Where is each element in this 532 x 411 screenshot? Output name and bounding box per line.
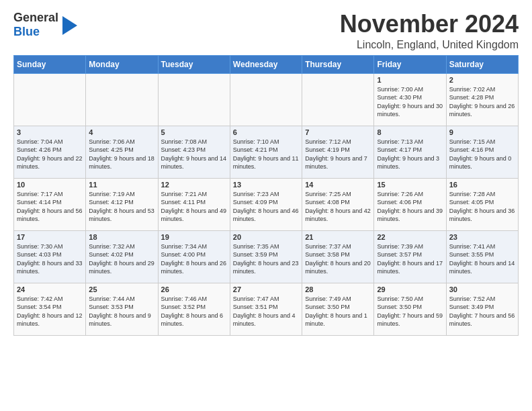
day-number: 5 (161, 128, 227, 136)
calendar-cell: 5Sunrise: 7:08 AM Sunset: 4:23 PM Daylig… (158, 126, 230, 178)
month-title: November 2024 (340, 11, 519, 38)
col-monday: Monday (86, 55, 158, 73)
day-info: Sunrise: 7:15 AM Sunset: 4:16 PM Dayligh… (449, 138, 515, 171)
day-number: 29 (377, 285, 443, 293)
calendar-cell: 30Sunrise: 7:52 AM Sunset: 3:49 PM Dayli… (446, 283, 518, 335)
day-info: Sunrise: 7:30 AM Sunset: 4:03 PM Dayligh… (17, 242, 83, 276)
calendar-cell: 26Sunrise: 7:46 AM Sunset: 3:52 PM Dayli… (158, 283, 230, 335)
col-sunday: Sunday (14, 55, 86, 73)
calendar-cell (230, 73, 302, 126)
calendar-cell: 7Sunrise: 7:12 AM Sunset: 4:19 PM Daylig… (302, 126, 374, 178)
calendar-week-4: 17Sunrise: 7:30 AM Sunset: 4:03 PM Dayli… (14, 230, 519, 283)
day-number: 15 (377, 181, 443, 189)
day-info: Sunrise: 7:23 AM Sunset: 4:09 PM Dayligh… (233, 190, 299, 224)
calendar-cell: 3Sunrise: 7:04 AM Sunset: 4:26 PM Daylig… (14, 126, 86, 178)
day-info: Sunrise: 7:12 AM Sunset: 4:19 PM Dayligh… (305, 138, 371, 171)
calendar-cell (86, 73, 158, 126)
calendar-week-1: 1Sunrise: 7:00 AM Sunset: 4:30 PM Daylig… (14, 73, 519, 126)
day-number: 23 (449, 233, 515, 241)
calendar-cell: 14Sunrise: 7:25 AM Sunset: 4:08 PM Dayli… (302, 178, 374, 230)
day-number: 3 (17, 128, 83, 136)
calendar-cell: 24Sunrise: 7:42 AM Sunset: 3:54 PM Dayli… (14, 283, 86, 335)
day-number: 10 (17, 181, 83, 189)
calendar-cell (14, 73, 86, 126)
calendar-cell (158, 73, 230, 126)
day-info: Sunrise: 7:37 AM Sunset: 3:58 PM Dayligh… (305, 242, 371, 276)
day-info: Sunrise: 7:21 AM Sunset: 4:11 PM Dayligh… (161, 190, 227, 224)
calendar-cell: 1Sunrise: 7:00 AM Sunset: 4:30 PM Daylig… (374, 73, 446, 126)
location-subtitle: Lincoln, England, United Kingdom (340, 39, 519, 51)
day-number: 20 (233, 233, 299, 241)
day-info: Sunrise: 7:25 AM Sunset: 4:08 PM Dayligh… (305, 190, 371, 224)
day-info: Sunrise: 7:34 AM Sunset: 4:00 PM Dayligh… (161, 242, 227, 276)
day-info: Sunrise: 7:04 AM Sunset: 4:26 PM Dayligh… (17, 138, 83, 171)
calendar-cell: 28Sunrise: 7:49 AM Sunset: 3:50 PM Dayli… (302, 283, 374, 335)
day-info: Sunrise: 7:47 AM Sunset: 3:51 PM Dayligh… (233, 295, 299, 328)
day-info: Sunrise: 7:26 AM Sunset: 4:06 PM Dayligh… (377, 190, 443, 224)
day-info: Sunrise: 7:19 AM Sunset: 4:12 PM Dayligh… (89, 190, 154, 224)
col-wednesday: Wednesday (230, 55, 302, 73)
header-row: Sunday Monday Tuesday Wednesday Thursday… (14, 55, 519, 73)
day-info: Sunrise: 7:17 AM Sunset: 4:14 PM Dayligh… (17, 190, 83, 224)
day-number: 16 (449, 181, 515, 189)
day-info: Sunrise: 7:28 AM Sunset: 4:05 PM Dayligh… (449, 190, 515, 224)
calendar-table: Sunday Monday Tuesday Wednesday Thursday… (13, 55, 519, 336)
day-number: 30 (449, 285, 515, 293)
day-number: 9 (449, 128, 515, 136)
day-number: 26 (161, 285, 227, 293)
day-number: 27 (233, 285, 299, 293)
day-number: 13 (233, 181, 299, 189)
day-number: 22 (377, 233, 443, 241)
calendar-cell: 12Sunrise: 7:21 AM Sunset: 4:11 PM Dayli… (158, 178, 230, 230)
day-info: Sunrise: 7:06 AM Sunset: 4:25 PM Dayligh… (89, 138, 154, 171)
day-info: Sunrise: 7:13 AM Sunset: 4:17 PM Dayligh… (377, 138, 443, 171)
calendar-cell: 22Sunrise: 7:39 AM Sunset: 3:57 PM Dayli… (374, 230, 446, 283)
logo: General Blue (13, 11, 77, 38)
day-number: 28 (305, 285, 371, 293)
day-info: Sunrise: 7:42 AM Sunset: 3:54 PM Dayligh… (17, 295, 83, 328)
day-number: 18 (89, 233, 154, 241)
svg-marker-0 (62, 16, 77, 35)
calendar-cell: 23Sunrise: 7:41 AM Sunset: 3:55 PM Dayli… (446, 230, 518, 283)
calendar-cell: 17Sunrise: 7:30 AM Sunset: 4:03 PM Dayli… (14, 230, 86, 283)
day-number: 7 (305, 128, 371, 136)
day-info: Sunrise: 7:02 AM Sunset: 4:28 PM Dayligh… (449, 85, 515, 119)
calendar-cell: 13Sunrise: 7:23 AM Sunset: 4:09 PM Dayli… (230, 178, 302, 230)
calendar-cell: 16Sunrise: 7:28 AM Sunset: 4:05 PM Dayli… (446, 178, 518, 230)
day-number: 12 (161, 181, 227, 189)
day-number: 14 (305, 181, 371, 189)
day-info: Sunrise: 7:32 AM Sunset: 4:02 PM Dayligh… (89, 242, 154, 276)
calendar-cell: 8Sunrise: 7:13 AM Sunset: 4:17 PM Daylig… (374, 126, 446, 178)
header: General Blue November 2024 Lincoln, Engl… (13, 11, 519, 51)
calendar-cell: 21Sunrise: 7:37 AM Sunset: 3:58 PM Dayli… (302, 230, 374, 283)
calendar-cell: 15Sunrise: 7:26 AM Sunset: 4:06 PM Dayli… (374, 178, 446, 230)
calendar-cell: 29Sunrise: 7:50 AM Sunset: 3:50 PM Dayli… (374, 283, 446, 335)
day-number: 11 (89, 181, 154, 189)
day-number: 1 (377, 76, 443, 84)
day-info: Sunrise: 7:41 AM Sunset: 3:55 PM Dayligh… (449, 242, 515, 276)
calendar-cell: 11Sunrise: 7:19 AM Sunset: 4:12 PM Dayli… (86, 178, 158, 230)
calendar-cell (302, 73, 374, 126)
title-area: November 2024 Lincoln, England, United K… (340, 11, 519, 51)
calendar-cell: 19Sunrise: 7:34 AM Sunset: 4:00 PM Dayli… (158, 230, 230, 283)
logo-arrow-icon (62, 16, 77, 35)
calendar-week-3: 10Sunrise: 7:17 AM Sunset: 4:14 PM Dayli… (14, 178, 519, 230)
day-info: Sunrise: 7:44 AM Sunset: 3:53 PM Dayligh… (89, 295, 154, 328)
day-info: Sunrise: 7:39 AM Sunset: 3:57 PM Dayligh… (377, 242, 443, 276)
calendar-cell: 27Sunrise: 7:47 AM Sunset: 3:51 PM Dayli… (230, 283, 302, 335)
col-saturday: Saturday (446, 55, 518, 73)
calendar-cell: 18Sunrise: 7:32 AM Sunset: 4:02 PM Dayli… (86, 230, 158, 283)
col-friday: Friday (374, 55, 446, 73)
day-number: 2 (449, 76, 515, 84)
day-info: Sunrise: 7:46 AM Sunset: 3:52 PM Dayligh… (161, 295, 227, 328)
calendar-cell: 2Sunrise: 7:02 AM Sunset: 4:28 PM Daylig… (446, 73, 518, 126)
day-number: 8 (377, 128, 443, 136)
day-number: 17 (17, 233, 83, 241)
day-number: 25 (89, 285, 154, 293)
day-info: Sunrise: 7:10 AM Sunset: 4:21 PM Dayligh… (233, 138, 299, 171)
day-number: 21 (305, 233, 371, 241)
calendar-cell: 9Sunrise: 7:15 AM Sunset: 4:16 PM Daylig… (446, 126, 518, 178)
day-number: 4 (89, 128, 154, 136)
day-info: Sunrise: 7:50 AM Sunset: 3:50 PM Dayligh… (377, 295, 443, 328)
day-number: 19 (161, 233, 227, 241)
